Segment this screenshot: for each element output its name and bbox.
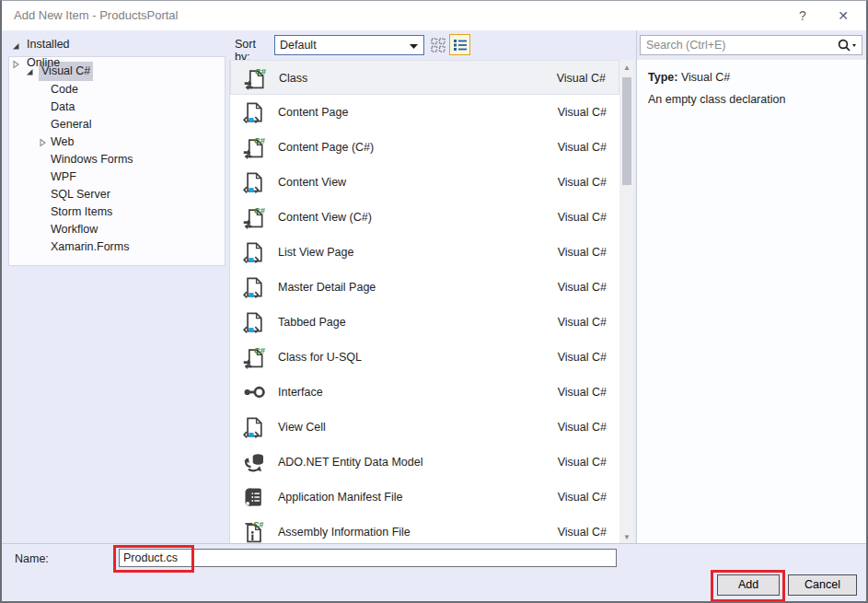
tree-label: Web: [51, 133, 74, 151]
template-item-content-view-cs[interactable]: Content View (C#) Visual C#: [230, 200, 619, 235]
template-item-ado-net-entity-data-model[interactable]: ADO.NET Entity Data Model Visual C#: [230, 445, 619, 480]
template-item-tabbed-page[interactable]: Tabbed Page Visual C#: [230, 305, 619, 340]
template-language: Visual C#: [558, 515, 607, 546]
template-language: Visual C#: [557, 61, 606, 96]
template-description: An empty class declaration: [648, 93, 855, 106]
search-input[interactable]: Search (Ctrl+E): [640, 35, 862, 55]
template-name: List View Page: [278, 235, 353, 270]
xaml-document-icon: [242, 100, 266, 124]
template-language: Visual C#: [558, 130, 607, 165]
template-item-application-manifest-file[interactable]: Application Manifest File Visual C#: [230, 480, 619, 515]
tree-node-data[interactable]: Data: [9, 99, 225, 116]
dialog-title: Add New Item - ProductsPortal: [14, 1, 178, 30]
expanded-triangle-icon[interactable]: [11, 41, 20, 51]
scroll-up-icon[interactable]: ▲: [619, 62, 634, 75]
tree-label: Code: [51, 81, 78, 99]
xaml-document-icon: [242, 275, 266, 299]
template-item-content-page[interactable]: Content Page Visual C#: [230, 95, 619, 130]
tree-node-installed[interactable]: Installed: [2, 38, 229, 54]
template-item-view-cell[interactable]: View Cell Visual C#: [230, 410, 619, 445]
template-language: Visual C#: [558, 410, 607, 445]
template-info-panel: Type: Visual C# An empty class declarati…: [637, 60, 866, 546]
template-language: Visual C#: [558, 340, 607, 375]
tree-node-storm-items[interactable]: Storm Items: [9, 203, 225, 221]
template-name: View Cell: [278, 410, 326, 445]
template-item-master-detail-page[interactable]: Master Detail Page Visual C#: [230, 270, 619, 305]
tree-label: SQL Server: [51, 186, 110, 203]
template-name: Assembly Information File: [278, 515, 411, 546]
assembly-info-document-icon: [242, 520, 266, 544]
xaml-document-icon: [242, 170, 266, 194]
small-icons-view-button[interactable]: [428, 35, 448, 55]
tree-node-workflow[interactable]: Workflow: [9, 221, 225, 238]
template-name: ADO.NET Entity Data Model: [278, 445, 422, 480]
template-item-class[interactable]: Class Visual C#: [230, 60, 619, 95]
tree-label: Online: [27, 56, 60, 69]
help-button[interactable]: ?: [787, 1, 818, 30]
scroll-down-icon[interactable]: ▼: [619, 531, 634, 544]
template-name: Tabbed Page: [278, 305, 346, 340]
tree-node-code[interactable]: Code: [9, 81, 225, 99]
installed-subtree: Visual C# Code Data General Web Windows …: [8, 56, 226, 266]
name-input[interactable]: [119, 549, 617, 567]
template-item-list-view-page[interactable]: List View Page Visual C#: [230, 235, 619, 270]
template-item-content-view[interactable]: Content View Visual C#: [230, 165, 619, 200]
search-placeholder: Search (Ctrl+E): [646, 36, 725, 54]
template-item-interface[interactable]: Interface Visual C#: [230, 375, 619, 410]
tree-label: Xamarin.Forms: [51, 238, 129, 256]
tree-label: General: [51, 116, 91, 133]
template-item-content-page-cs[interactable]: Content Page (C#) Visual C#: [230, 130, 619, 165]
tree-node-xamarin-forms[interactable]: Xamarin.Forms: [9, 238, 225, 256]
csharp-class-document-icon: [242, 205, 266, 229]
tree-node-sql-server[interactable]: SQL Server: [9, 186, 225, 203]
xaml-document-icon: [242, 240, 266, 264]
interface-lollipop-icon: [242, 380, 266, 404]
name-label: Name:: [15, 552, 49, 565]
add-button[interactable]: Add: [717, 574, 780, 596]
type-value: Visual C#: [681, 71, 730, 84]
scrollbar-thumb[interactable]: [622, 77, 631, 185]
template-item-class-for-usql[interactable]: Class for U-SQL Visual C#: [230, 340, 619, 375]
tree-label: Storm Items: [51, 203, 112, 221]
template-language: Visual C#: [558, 95, 607, 130]
type-label: Type:: [648, 71, 677, 84]
template-language: Visual C#: [558, 270, 607, 305]
database-model-icon: [242, 450, 266, 474]
search-icon[interactable]: [836, 38, 858, 52]
close-icon[interactable]: ✕: [827, 1, 859, 30]
template-name: Class: [279, 61, 307, 96]
tree-node-windows-forms[interactable]: Windows Forms: [9, 151, 225, 168]
template-name: Master Detail Page: [278, 270, 376, 305]
tree-label: WPF: [51, 168, 76, 186]
template-list: Class Visual C# Content Page Visual C# C…: [229, 60, 619, 546]
tree-node-online[interactable]: Online: [2, 56, 229, 73]
tree-node-general[interactable]: General: [9, 116, 225, 133]
template-name: Content View (C#): [278, 200, 372, 235]
tree-node-web[interactable]: Web: [9, 133, 225, 151]
title-bar: Add New Item - ProductsPortal ? ✕: [2, 1, 866, 30]
sort-dropdown[interactable]: Default: [274, 35, 424, 55]
template-language: Visual C#: [558, 375, 607, 410]
collapsed-triangle-icon[interactable]: [11, 60, 20, 69]
list-scrollbar[interactable]: ▲ ▼: [619, 60, 634, 546]
tree-node-wpf[interactable]: WPF: [9, 168, 225, 186]
template-name: Content Page (C#): [278, 130, 374, 165]
category-tree-panel: Installed Visual C# Code Data General We…: [2, 30, 229, 543]
list-view-icon: [452, 37, 469, 53]
xaml-document-icon: [242, 310, 266, 334]
tree-label: Installed: [27, 38, 70, 51]
template-language: Visual C#: [558, 165, 607, 200]
csharp-class-document-icon: [242, 135, 266, 159]
template-name: Application Manifest File: [278, 480, 402, 515]
cancel-button[interactable]: Cancel: [788, 574, 857, 596]
template-item-assembly-information-file[interactable]: Assembly Information File Visual C#: [230, 515, 619, 546]
template-name: Content Page: [278, 95, 348, 130]
chevron-down-icon: [410, 44, 418, 49]
template-name: Content View: [278, 165, 346, 200]
add-new-item-dialog: Add New Item - ProductsPortal ? ✕ Instal…: [0, 0, 868, 603]
tree-label: Workflow: [51, 221, 98, 238]
list-view-button[interactable]: [449, 34, 470, 55]
collapsed-triangle-icon[interactable]: [38, 138, 47, 147]
manifest-scroll-icon: [242, 485, 266, 509]
grid-view-icon: [430, 37, 446, 53]
